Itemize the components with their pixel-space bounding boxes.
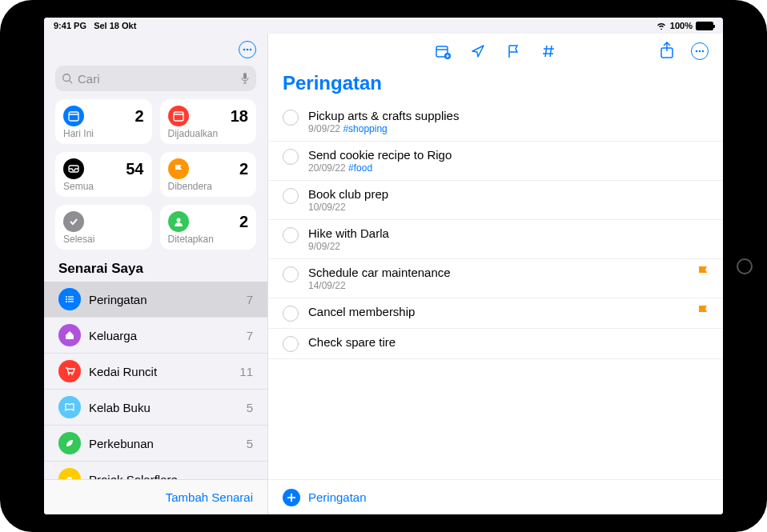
reminder-title: Cancel membership: [308, 305, 688, 318]
smart-list-assigned[interactable]: 2 Ditetapkan: [160, 205, 257, 250]
hashtag-icon[interactable]: [540, 43, 556, 59]
reminder-meta: 9/09/22 #shopping: [308, 123, 709, 134]
main-more-button[interactable]: [691, 42, 709, 60]
reminder-title: Send cookie recipe to Rigo: [308, 148, 709, 162]
reminder-tag[interactable]: #food: [348, 162, 372, 174]
smart-count: 2: [239, 213, 248, 231]
smart-count: 54: [126, 160, 143, 178]
my-lists-header: Senarai Saya: [44, 250, 267, 282]
reminder-checkbox[interactable]: [283, 227, 299, 243]
smart-label: Hari Ini: [63, 128, 144, 139]
calendar-icon: [168, 106, 189, 126]
inbox-icon: [63, 158, 84, 179]
smart-count: 18: [231, 107, 248, 126]
reminder-checkbox[interactable]: [283, 266, 299, 282]
share-icon[interactable]: [659, 42, 675, 58]
list-label: Perkebunan: [89, 437, 239, 450]
svg-rect-5: [243, 73, 247, 79]
smart-label: Ditetapkan: [168, 234, 249, 245]
leaf-icon: [58, 432, 81, 454]
sidebar-list-item[interactable]: Kelab Buku 5: [44, 390, 267, 426]
person-icon: [168, 211, 189, 232]
svg-point-14: [66, 301, 67, 302]
sidebar-list-item[interactable]: Projek Solarflare: [44, 462, 267, 479]
list-label: Kedai Runcit: [89, 365, 231, 378]
sidebar-list-item[interactable]: Perkebunan 5: [44, 426, 267, 462]
reminder-meta: 9/09/22: [308, 241, 709, 252]
calendar-add-icon[interactable]: [435, 43, 451, 59]
reminder-checkbox[interactable]: [283, 188, 299, 204]
reminder-row[interactable]: Check spare tire: [268, 329, 723, 359]
reminder-checkbox[interactable]: [283, 149, 299, 165]
svg-point-3: [63, 74, 70, 82]
flag-indicator-icon: [697, 305, 709, 321]
sidebar-list-item[interactable]: Kedai Runcit 11: [44, 354, 267, 390]
book-icon: [58, 396, 81, 418]
add-reminder-button[interactable]: [283, 489, 300, 506]
reminder-row[interactable]: Book club prep 10/09/22: [268, 181, 723, 220]
reminder-title: Pickup arts & crafts supplies: [308, 109, 709, 122]
reminder-checkbox[interactable]: [283, 336, 299, 352]
wifi-icon: [656, 22, 667, 30]
svg-line-29: [550, 46, 552, 57]
smart-label: Dijadualkan: [168, 128, 249, 139]
svg-point-18: [68, 374, 70, 375]
smart-list-scheduled[interactable]: 18 Dijadualkan: [160, 99, 257, 144]
svg-point-1: [247, 49, 249, 51]
status-date: Sel 18 Okt: [94, 21, 136, 30]
add-list-button[interactable]: Tambah Senarai: [166, 490, 253, 504]
svg-line-28: [545, 46, 547, 57]
svg-point-33: [702, 50, 705, 53]
more-button[interactable]: [239, 41, 256, 58]
reminder-tag[interactable]: #shopping: [343, 123, 387, 134]
svg-point-12: [66, 296, 67, 298]
list-count: 7: [247, 293, 253, 306]
svg-point-13: [66, 298, 67, 300]
status-time: 9:41 PG: [54, 21, 86, 30]
ellipsis-icon: [695, 50, 705, 53]
add-reminder-label[interactable]: Peringatan: [308, 490, 367, 504]
location-icon[interactable]: [470, 43, 486, 59]
search-icon: [62, 73, 73, 84]
smart-count: 2: [239, 160, 248, 178]
main-toolbar: [268, 34, 723, 69]
list-label: Keluarga: [89, 329, 239, 342]
sidebar: 2 Hari Ini 18 Dijadualkan 54 Semua 2 Dib…: [44, 34, 268, 514]
svg-point-32: [699, 50, 701, 53]
svg-point-0: [243, 49, 246, 51]
reminder-checkbox[interactable]: [283, 110, 299, 126]
smart-list-all[interactable]: 54 Semua: [55, 152, 152, 197]
smart-label: Selesai: [63, 234, 144, 245]
flag-icon[interactable]: [505, 43, 521, 59]
main-panel: Peringatan Pickup arts & crafts supplies…: [268, 34, 723, 514]
list-count: 5: [247, 437, 253, 450]
calendar-icon: [63, 106, 84, 126]
svg-rect-8: [174, 112, 183, 121]
home-icon: [58, 324, 81, 346]
list-label: Peringatan: [89, 293, 239, 306]
mic-icon[interactable]: [240, 72, 250, 85]
home-button[interactable]: [737, 258, 753, 274]
reminder-meta: 14/09/22: [308, 280, 688, 291]
svg-rect-6: [69, 112, 78, 121]
smart-list-flagged[interactable]: 2 Dibendera: [160, 152, 257, 197]
sidebar-list-item[interactable]: Peringatan 7: [44, 282, 267, 318]
search-input[interactable]: [78, 72, 235, 86]
list-count: 7: [247, 329, 253, 342]
smart-list-today[interactable]: 2 Hari Ini: [55, 99, 152, 144]
list-icon: [58, 288, 81, 310]
sidebar-list-item[interactable]: Keluarga 7: [44, 318, 267, 354]
svg-point-2: [250, 49, 252, 51]
battery-icon: [696, 22, 713, 30]
reminder-meta: 20/09/22 #food: [308, 162, 709, 174]
smart-list-completed[interactable]: 0 Selesai: [55, 205, 152, 250]
reminder-row[interactable]: Send cookie recipe to Rigo 20/09/22 #foo…: [268, 142, 723, 181]
reminder-checkbox[interactable]: [283, 306, 299, 322]
reminder-row[interactable]: Schedule car maintenance 14/09/22: [268, 259, 723, 298]
ellipsis-icon: [243, 48, 252, 51]
plus-icon: [287, 493, 296, 502]
search-field[interactable]: [55, 66, 256, 91]
reminder-row[interactable]: Cancel membership: [268, 298, 723, 329]
reminder-row[interactable]: Pickup arts & crafts supplies 9/09/22 #s…: [268, 102, 723, 142]
reminder-row[interactable]: Hike with Darla 9/09/22: [268, 220, 723, 259]
